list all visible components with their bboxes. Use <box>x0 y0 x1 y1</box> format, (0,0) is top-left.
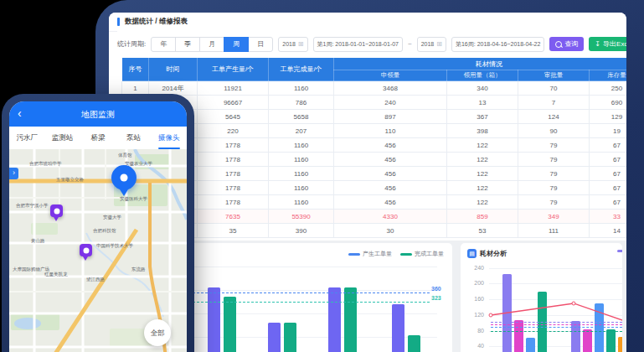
table-cell: 250 <box>590 81 627 96</box>
table-cell: 79 <box>518 153 590 167</box>
bar-产生工单量 <box>208 287 220 352</box>
table-cell: 456 <box>334 138 447 153</box>
col-header: 工单完成量/个 <box>269 58 334 81</box>
table-cell: 1160 <box>269 167 334 181</box>
year-start-select[interactable]: 2018 ⊞ <box>278 37 307 52</box>
table-cell: 1778 <box>198 195 269 210</box>
bar-完成工单量 <box>344 287 357 352</box>
camera-marker[interactable] <box>50 204 63 217</box>
phone-tab-污水厂[interactable]: 污水厂 <box>9 127 44 149</box>
table-cell: 1778 <box>198 138 269 153</box>
phone-tab-bar: 污水厂监测站桥梁泵站摄像头 <box>9 127 187 150</box>
table-cell: 897 <box>334 110 447 124</box>
table-cell: 1778 <box>198 167 269 181</box>
table-cell: 3468 <box>334 81 447 96</box>
map-label: 东流路 <box>131 267 146 272</box>
period-label: 统计周期: <box>117 39 146 49</box>
table-row: 7177811604561227967 <box>122 167 627 181</box>
table-cell: 67 <box>590 138 627 153</box>
phone-tab-监测站[interactable]: 监测站 <box>44 127 80 149</box>
table-row: 296667786240137690 <box>122 96 627 110</box>
phone-tab-泵站[interactable]: 泵站 <box>116 127 151 149</box>
map-label: 合肥市宁溪小学 <box>16 203 49 209</box>
table-cell: 1160 <box>269 153 334 167</box>
table-cell: 340 <box>447 81 518 96</box>
export-excel-button[interactable]: ↧ 导出Excel <box>589 37 626 51</box>
selected-camera-marker[interactable] <box>111 165 137 190</box>
phone-tab-桥梁[interactable]: 桥梁 <box>80 127 116 149</box>
week-start-input[interactable]: 第1周: 2018-01-01~2018-01-07 <box>313 37 403 52</box>
report-table-wrap: 序号时间工单产生量/个工单完成量/个耗材情况申领量领用量（箱）审批量库存量 12… <box>121 57 626 240</box>
period-option-季[interactable]: 季 <box>175 37 200 52</box>
table-cell: 110 <box>334 124 447 138</box>
table-cell: 14 <box>590 224 627 238</box>
table-cell: 67 <box>590 195 627 210</box>
table-cell: 67 <box>590 167 627 181</box>
table-cell: 5658 <box>269 110 334 124</box>
table-cell: 456 <box>334 153 447 167</box>
map-view[interactable]: 合肥市琥珀中学体育馆安徽农业大学五里墩立交桥安徽医科大学合肥市宁溪小学安徽大学合… <box>9 149 187 352</box>
table-cell: 786 <box>269 96 334 110</box>
query-button[interactable]: 查询 <box>549 37 584 51</box>
week-start-value: 第1周: 2018-01-01~2018-01-07 <box>317 38 399 50</box>
bar-产生工单量 <box>268 323 281 352</box>
period-option-月[interactable]: 月 <box>199 37 224 52</box>
table-cell: 398 <box>447 124 518 138</box>
phone-page-title: 地图监测 <box>9 109 187 121</box>
table-cell: 19 <box>590 124 627 138</box>
year-end-select[interactable]: 2018 ⊞ <box>417 37 446 52</box>
phone-frame: ‹ 地图监测 污水厂监测站桥梁泵站摄像头 <box>2 94 194 352</box>
camera-marker[interactable] <box>80 244 92 256</box>
sub-col-header: 申领量 <box>334 70 447 81</box>
phone-tab-摄像头[interactable]: 摄像头 <box>152 127 187 149</box>
table-row: 6177811604561227967 <box>122 153 627 167</box>
map-label: 安徽大学 <box>103 215 121 220</box>
phone-screen: ‹ 地图监测 污水厂监测站桥梁泵站摄像头 <box>9 101 187 352</box>
phone-header: ‹ 地图监测 <box>9 101 187 127</box>
table-cell: 53 <box>447 224 518 238</box>
period-option-周[interactable]: 周 <box>224 37 249 52</box>
all-filter-button[interactable]: 全部 <box>144 319 171 346</box>
table-cell: 129 <box>590 110 627 124</box>
breadcrumb: 数据统计 / 维修报表 <box>109 13 626 32</box>
search-icon <box>555 41 562 48</box>
table-cell: 207 <box>269 124 334 138</box>
table-cell: 67 <box>590 153 627 167</box>
table-cell: 456 <box>334 195 447 210</box>
table-cell: 1160 <box>269 181 334 195</box>
total-row: 合计763555390433085934933 <box>122 210 627 224</box>
calendar-icon: ⊞ <box>436 41 442 48</box>
download-icon: ↧ <box>595 41 600 48</box>
week-end-input[interactable]: 第16周: 2018-04-16~2018-04-22 <box>451 37 544 52</box>
table-cell: 240 <box>334 96 447 110</box>
table-cell: 122 <box>447 195 518 210</box>
calendar-icon: ⊞ <box>298 41 304 48</box>
table-body: 12014年1192111603468340702502966677862401… <box>122 81 627 238</box>
bar-完成工单量 <box>408 335 420 352</box>
period-option-日[interactable]: 日 <box>248 37 273 52</box>
table-cell: 5645 <box>198 110 269 124</box>
table-row: 5177811604561227967 <box>122 138 627 153</box>
table-cell: 1160 <box>269 81 334 96</box>
camera-marker-tail <box>83 256 88 261</box>
table-cell: 55390 <box>269 210 334 224</box>
bar-产生工单量 <box>328 287 341 352</box>
map-expand-button[interactable]: › <box>9 168 18 179</box>
sub-col-header: 审批量 <box>518 70 590 81</box>
table-cell: 122 <box>447 153 518 167</box>
table-cell: 11921 <box>198 81 269 96</box>
group-header: 耗材情况 <box>334 58 627 70</box>
period-option-年[interactable]: 年 <box>151 37 176 52</box>
map-label: 望江西路 <box>86 277 105 282</box>
table-cell: 70 <box>518 81 590 96</box>
table-cell: 122 <box>447 167 518 181</box>
table-cell: 1778 <box>198 181 269 195</box>
map-label: 中国科学技术大学 <box>96 243 133 249</box>
selected-camera-marker-tail <box>120 189 128 196</box>
table-cell: 30 <box>334 224 447 238</box>
table-cell: 79 <box>518 195 590 210</box>
table-header: 序号时间工单产生量/个工单完成量/个耗材情况申领量领用量（箱）审批量库存量 <box>122 58 627 81</box>
bar-完成工单量 <box>284 323 296 352</box>
table-cell: 456 <box>334 167 447 181</box>
sub-col-header: 库存量 <box>590 70 627 81</box>
